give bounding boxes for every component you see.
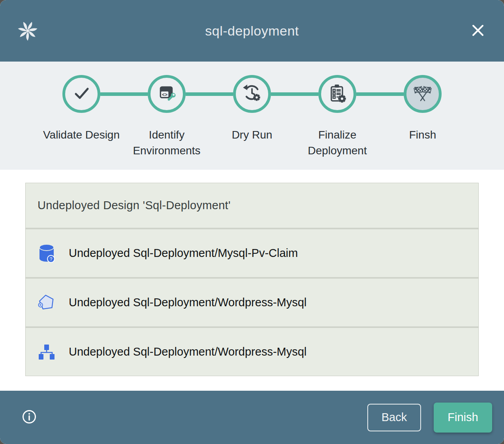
info-button[interactable]	[21, 409, 38, 426]
results-header-row: Undeployed Design 'Sql-Deployment'	[26, 183, 478, 228]
dialog-footer: Back Finish	[0, 391, 504, 444]
stepper-circles: <>	[0, 75, 504, 113]
stepper-labels: Validate Design Identify Environments Dr…	[0, 127, 504, 159]
step-label-dry-run: Dry Run	[209, 127, 295, 159]
checkered-flags-icon	[412, 82, 434, 106]
results-content: Undeployed Design 'Sql-Deployment' ? Und…	[0, 170, 504, 391]
result-row-wordpress-mysql-deployment: Undeployed Sql-Deployment/Wordpress-Mysq…	[26, 328, 478, 376]
stepper-connector	[186, 92, 233, 96]
deployment-wizard-dialog: sql-deployment	[0, 0, 504, 444]
close-button[interactable]	[469, 22, 487, 39]
refresh-gear-icon	[242, 83, 262, 105]
check-icon	[70, 82, 92, 106]
step-label-finish: Finsh	[380, 127, 465, 159]
result-row-text: Undeployed Sql-Deployment/Wordpress-Mysq…	[69, 296, 307, 309]
result-row-wordpress-mysql-service: Undeployed Sql-Deployment/Wordpress-Mysq…	[26, 279, 478, 326]
hierarchy-icon	[38, 342, 56, 362]
step-validate-design[interactable]	[62, 75, 100, 113]
svg-text:?: ?	[50, 257, 53, 262]
info-icon	[21, 409, 37, 426]
pentagon-icon	[38, 292, 56, 313]
back-button[interactable]: Back	[367, 404, 421, 431]
stepper-connector	[356, 92, 404, 96]
dialog-title: sql-deployment	[0, 23, 504, 39]
dialog-header: sql-deployment	[0, 0, 504, 62]
svg-text:<>: <>	[162, 92, 167, 97]
result-row-text: Undeployed Sql-Deployment/Mysql-Pv-Claim	[69, 247, 298, 260]
database-icon: ?	[38, 243, 56, 264]
stepper-connector	[100, 92, 148, 96]
step-identify-environments[interactable]: <>	[148, 75, 186, 113]
result-row-text: Undeployed Sql-Deployment/Wordpress-Mysq…	[69, 345, 307, 358]
step-label-finalize-deployment: Finalize Deployment	[295, 127, 380, 159]
finish-button[interactable]: Finish	[434, 403, 492, 433]
step-finish[interactable]	[404, 75, 442, 113]
step-finalize-deployment[interactable]	[318, 75, 356, 113]
step-dry-run[interactable]	[233, 75, 271, 113]
clipboard-gear-icon	[327, 83, 348, 105]
step-label-validate-design: Validate Design	[39, 127, 124, 159]
deployment-stepper: <>	[0, 62, 504, 170]
close-icon	[471, 23, 485, 39]
deployment-results-panel: Undeployed Design 'Sql-Deployment' ? Und…	[25, 183, 479, 376]
stepper-connector	[271, 92, 318, 96]
code-window-wrench-icon: <>	[156, 83, 177, 105]
results-header-text: Undeployed Design 'Sql-Deployment'	[38, 199, 231, 212]
result-row-mysql-pv-claim: ? Undeployed Sql-Deployment/Mysql-Pv-Cla…	[26, 229, 478, 277]
step-label-identify-environments: Identify Environments	[124, 127, 209, 159]
